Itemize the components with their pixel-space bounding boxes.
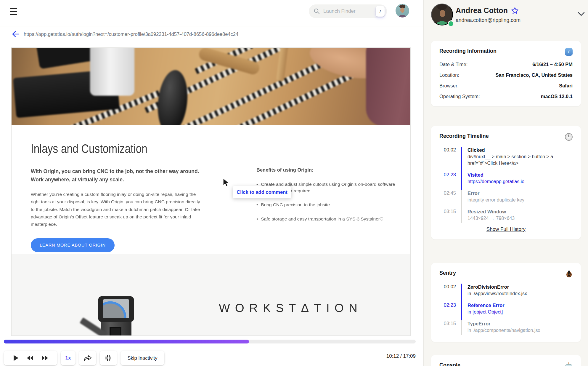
console-title: Console: [439, 362, 460, 366]
playback-speed-button[interactable]: 1x: [61, 351, 75, 365]
timeline-marker-bar: [461, 284, 462, 302]
info-row: Operating System: macOS 12.0.1: [439, 94, 573, 99]
timeline-marker-bar: [461, 208, 462, 223]
top-bar: /: [0, 0, 423, 26]
timeline-marker-bar: [461, 190, 462, 208]
sentry-event[interactable]: 03:15 TypeError in ./app/components/navi…: [439, 320, 573, 335]
learn-more-button[interactable]: LEARN MORE ABOUT ORIGIN: [31, 238, 115, 252]
timeline-event[interactable]: 00:02 Clicked div#nuxt__ > main > sectio…: [439, 147, 573, 172]
collapse-view-button[interactable]: [100, 351, 117, 365]
favorite-star-icon[interactable]: [511, 7, 519, 15]
clock-icon: [565, 133, 573, 141]
chevron-down-icon[interactable]: [578, 12, 585, 17]
info-row: Location: San Francisco, CA, United Stat…: [439, 72, 573, 78]
rewind-button[interactable]: [27, 355, 33, 361]
current-user-avatar[interactable]: [396, 4, 409, 17]
collapse-icon: [105, 354, 112, 362]
sentry-card: Sentry 00:02 ZeroDivisionError in ./app/…: [431, 263, 581, 342]
info-icon: i: [565, 48, 573, 56]
share-icon: [83, 354, 92, 362]
replay-footer-section: WORKSTΔTION: [12, 254, 410, 336]
replay-hero-image: [12, 48, 410, 125]
sentry-title: Sentry: [439, 270, 456, 276]
replay-body-paragraph: Whether you’re creating a custom floorin…: [31, 191, 204, 228]
player-controls: 1x Skip Inactivity: [4, 351, 164, 365]
recording-timeline-card: Recording Timeline 00:02 Clicked div#nux…: [431, 126, 581, 239]
recorded-user-name: Andrea Cotton: [456, 6, 508, 15]
playback-progress-bar[interactable]: [4, 340, 416, 343]
url-bar: https://app.getatlas.io/auth/login?next=…: [0, 26, 423, 42]
benefit-item: •Bring CNC precision to the jobsite: [256, 202, 396, 208]
timeline-marker-bar: [461, 302, 462, 320]
recording-timeline-title: Recording Timeline: [439, 133, 489, 139]
replay-page-content: Inlays and Customization With Origin, yo…: [12, 125, 410, 252]
skip-inactivity-button[interactable]: Skip Inactivity: [121, 351, 164, 365]
recorded-page-url: https://app.getatlas.io/auth/login?next=…: [24, 31, 238, 37]
recording-details-panel: Andrea Cotton andrea.cotton@rippling.com…: [423, 0, 588, 366]
session-replay-app: / https://app.getatlas.io/auth/login?nex…: [0, 0, 588, 366]
launch-finder-search[interactable]: /: [309, 4, 387, 18]
recording-info-card: Recording Information i Date & Time: 6/1…: [431, 41, 581, 106]
sentry-event[interactable]: 02:23 Reference Error in [object Object]: [439, 302, 573, 320]
replay-intro-paragraph: With Origin, you can bring CNC to the jo…: [31, 167, 204, 184]
show-full-history-link[interactable]: Show Full History: [439, 226, 573, 232]
timeline-event[interactable]: 03:15 Resized Window 1443×924 → 798×643: [439, 208, 573, 223]
search-shortcut-key: /: [376, 6, 385, 17]
transport-controls: [4, 351, 57, 365]
recording-info-title: Recording Information: [439, 48, 497, 54]
back-arrow-icon[interactable]: [12, 30, 20, 38]
bug-icon: [565, 270, 573, 278]
timeline-event[interactable]: 02:23 Visited https://demoapp.getatlas.i…: [439, 172, 573, 190]
replay-viewport: Inlays and Customization With Origin, yo…: [11, 47, 411, 336]
menu-icon[interactable]: [10, 8, 17, 15]
info-row: Browser: Safari: [439, 83, 573, 89]
console-card: Console: [431, 355, 581, 366]
search-icon: [314, 8, 320, 14]
timeline-marker-bar: [461, 172, 462, 190]
playback-progress-fill: [4, 340, 249, 343]
play-button[interactable]: [13, 355, 19, 361]
benefit-item: •Safe storage and easy transportation in…: [256, 216, 396, 222]
workstation-logo: WORKSTΔTION: [219, 301, 362, 315]
timeline-marker-bar: [461, 147, 462, 172]
info-row: Date & Time: 6/16/21 – 4:50 PM: [439, 62, 573, 67]
timeline-marker-bar: [461, 320, 462, 335]
search-input[interactable]: [323, 8, 365, 15]
timeline-event[interactable]: 02:45 Error integrity error duplicate ke…: [439, 190, 573, 208]
add-comment-tooltip[interactable]: Click to add comment: [233, 186, 291, 198]
replay-heading: Inlays and Customization: [31, 141, 342, 156]
recorded-user-email: andrea.cotton@rippling.com: [456, 17, 520, 23]
playback-timecode: 10:12 / 17:09: [371, 353, 416, 359]
share-button[interactable]: [79, 351, 96, 365]
sentry-event[interactable]: 00:02 ZeroDivisionError in ./app/views/r…: [439, 284, 573, 302]
online-status-dot: [448, 20, 454, 27]
robot-icon: [565, 362, 573, 366]
fast-forward-button[interactable]: [41, 355, 48, 361]
benefits-heading: Benefits of using Origin:: [256, 167, 396, 173]
